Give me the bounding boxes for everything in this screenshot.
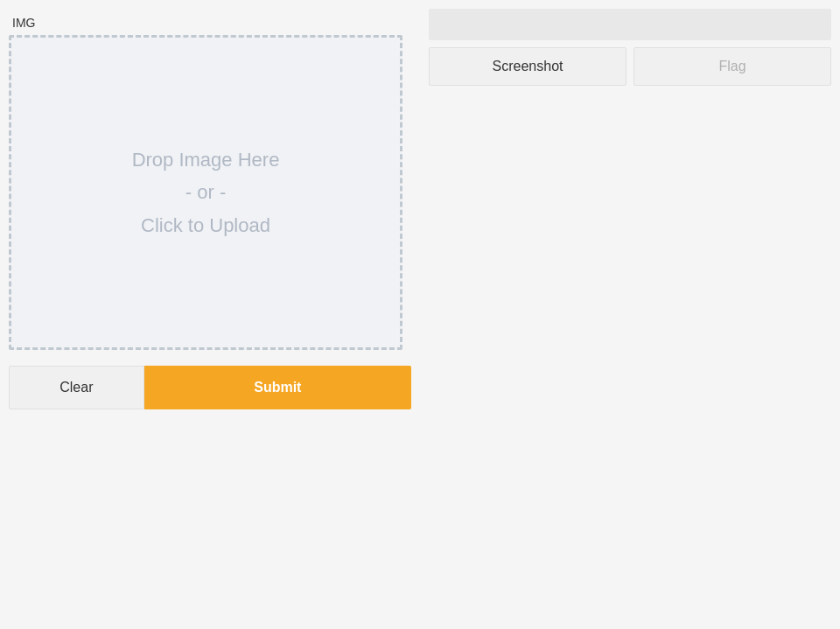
submit-button[interactable]: Submit bbox=[144, 366, 411, 409]
drop-zone[interactable]: Drop Image Here - or - Click to Upload bbox=[9, 35, 402, 350]
img-label: IMG bbox=[9, 9, 411, 35]
right-content-area bbox=[429, 93, 831, 409]
main-container: IMG Drop Image Here - or - Click to Uplo… bbox=[0, 0, 840, 418]
right-panel: Screenshot Flag bbox=[429, 9, 831, 409]
left-panel: IMG Drop Image Here - or - Click to Uplo… bbox=[9, 9, 411, 409]
clear-button[interactable]: Clear bbox=[9, 366, 144, 409]
right-top-bar bbox=[429, 9, 831, 40]
drop-line3: Click to Upload bbox=[141, 214, 270, 236]
drop-line2: - or - bbox=[186, 181, 226, 203]
tab-flag[interactable]: Flag bbox=[634, 47, 831, 86]
button-row: Clear Submit bbox=[9, 366, 411, 409]
drop-zone-text: Drop Image Here - or - Click to Upload bbox=[132, 143, 280, 241]
tab-row: Screenshot Flag bbox=[429, 47, 831, 86]
tab-screenshot[interactable]: Screenshot bbox=[429, 47, 626, 86]
drop-line1: Drop Image Here bbox=[132, 149, 280, 171]
